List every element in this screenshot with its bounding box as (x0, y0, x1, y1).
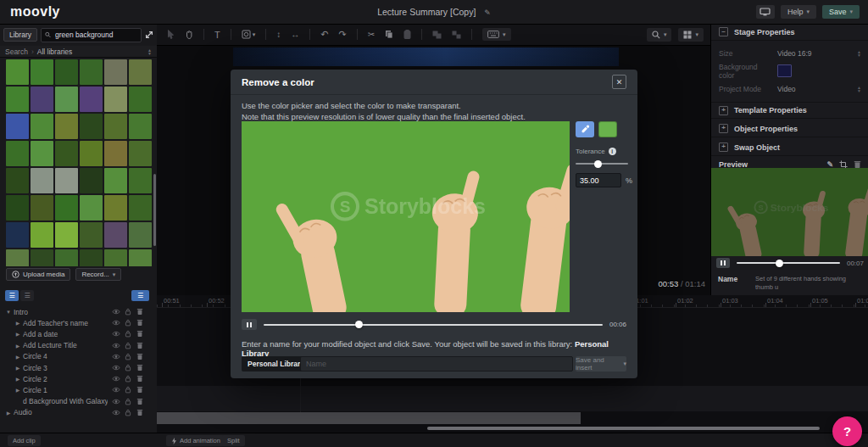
lock-icon[interactable] (124, 342, 132, 349)
object-name-input[interactable] (300, 356, 573, 372)
library-thumbnail[interactable] (6, 195, 29, 221)
grid-menu-button[interactable]: ▾ (678, 28, 704, 42)
track-chevron-icon[interactable]: ▶ (14, 354, 21, 360)
eye-icon[interactable] (112, 308, 120, 316)
lock-icon[interactable] (124, 330, 132, 338)
track-row[interactable]: ▼Intro (0, 306, 157, 317)
track-chevron-icon[interactable]: ▶ (14, 343, 21, 349)
trash-icon[interactable] (136, 342, 144, 349)
help-menu-button[interactable]: Help▾ (781, 5, 816, 19)
trash-icon[interactable] (136, 398, 144, 405)
eye-icon[interactable] (112, 398, 120, 405)
library-thumbnail[interactable] (55, 59, 78, 85)
swap-object-header[interactable]: + Swap Object (711, 139, 868, 156)
tolerance-slider[interactable] (576, 163, 628, 165)
trash-icon[interactable] (136, 409, 144, 416)
add-clip-button[interactable]: Add clip (8, 435, 41, 446)
expand-library-button[interactable] (142, 30, 157, 40)
library-tab[interactable]: Library (3, 28, 37, 42)
track-chevron-icon[interactable]: ▶ (14, 376, 21, 382)
eye-icon[interactable] (112, 386, 120, 394)
trash-icon[interactable] (136, 330, 144, 338)
track-row[interactable]: ▶Circle 4 (0, 351, 157, 362)
track-row[interactable]: d Background With Galaxy Dots... (0, 396, 157, 407)
trash-icon[interactable] (136, 386, 144, 394)
audio-clip[interactable] (157, 412, 581, 424)
list-view-button[interactable]: ☰ (5, 290, 19, 301)
preview-seekbar[interactable] (737, 262, 840, 264)
library-scrollbar[interactable] (153, 174, 156, 246)
library-thumbnail[interactable] (80, 59, 103, 85)
library-thumbnail[interactable] (129, 222, 152, 248)
eye-icon[interactable] (112, 353, 120, 360)
track-chevron-icon[interactable]: ▶ (14, 365, 21, 371)
present-button[interactable] (756, 5, 775, 19)
lock-icon[interactable] (124, 319, 132, 327)
library-thumbnail[interactable] (31, 168, 53, 193)
library-breadcrumb[interactable]: Search › All libraries ▲▼ (0, 46, 157, 58)
paste-button[interactable] (403, 30, 411, 39)
group-button[interactable] (432, 31, 442, 39)
library-thumbnail[interactable] (31, 249, 53, 266)
pause-button[interactable] (242, 319, 257, 330)
eye-icon[interactable] (112, 409, 120, 416)
library-thumbnail[interactable] (55, 168, 78, 193)
modal-seekbar[interactable] (264, 324, 603, 326)
eye-icon[interactable] (112, 330, 120, 338)
library-thumbnail[interactable] (55, 141, 78, 166)
lock-icon[interactable] (124, 364, 132, 372)
undo-button[interactable]: ↶ (320, 29, 328, 40)
record-button[interactable]: Record...▾ (75, 268, 121, 281)
size-select[interactable]: Video 16:9 (777, 49, 812, 58)
library-thumbnail[interactable] (80, 249, 103, 266)
shape-tool-button[interactable]: ▾ (242, 30, 256, 39)
close-icon[interactable]: ✕ (612, 75, 626, 89)
library-thumbnail[interactable] (104, 114, 127, 139)
display-options-button[interactable]: ▾ (482, 28, 511, 41)
library-thumbnail[interactable] (129, 249, 152, 266)
library-thumbnail[interactable] (129, 87, 152, 112)
seek-thumb[interactable] (776, 260, 783, 267)
info-icon[interactable]: i (609, 148, 616, 155)
upload-media-button[interactable]: Upload media (6, 268, 70, 281)
trash-icon[interactable] (136, 364, 144, 372)
tolerance-input[interactable] (576, 173, 621, 187)
redo-button[interactable]: ↷ (338, 29, 346, 40)
library-thumbnail[interactable] (129, 195, 152, 221)
library-thumbnail[interactable] (31, 87, 53, 112)
library-thumbnail[interactable] (31, 222, 53, 248)
template-properties-header[interactable]: + Template Properties (711, 102, 868, 119)
library-thumbnail[interactable] (104, 222, 127, 248)
library-thumbnail[interactable] (104, 168, 127, 193)
track-chevron-icon[interactable]: ▶ (14, 387, 21, 393)
seek-thumb[interactable] (355, 321, 363, 328)
eye-icon[interactable] (112, 342, 120, 349)
cut-button[interactable]: ✂ (368, 30, 375, 39)
edit-title-icon[interactable]: ✎ (484, 8, 491, 17)
library-thumbnail[interactable] (80, 141, 103, 166)
library-thumbnail[interactable] (55, 249, 78, 266)
track-row[interactable]: ▶Add a date (0, 328, 157, 339)
library-thumbnail[interactable] (6, 222, 29, 248)
library-thumbnail[interactable] (129, 168, 152, 193)
timeline-scrollbar[interactable] (427, 427, 820, 430)
library-thumbnail[interactable] (6, 249, 29, 266)
library-thumbnail[interactable] (6, 168, 29, 193)
library-thumbnail[interactable] (55, 195, 78, 221)
stage-properties-header[interactable]: – Stage Properties (711, 24, 868, 41)
grid-view-button[interactable]: ☰ (20, 290, 34, 301)
trash-icon[interactable] (136, 375, 144, 383)
library-thumbnail[interactable] (55, 87, 78, 112)
library-thumbnail[interactable] (31, 59, 53, 85)
library-thumbnail[interactable] (104, 141, 127, 166)
library-thumbnail[interactable] (129, 59, 152, 85)
color-preview-video[interactable]: SStoryblocks (242, 121, 570, 312)
trash-icon[interactable] (136, 319, 144, 327)
background-color-swatch[interactable] (777, 64, 792, 77)
library-thumbnail[interactable] (31, 141, 53, 166)
library-thumbnail[interactable] (104, 249, 127, 266)
color-picker-button[interactable] (576, 121, 594, 137)
library-thumbnail[interactable] (6, 141, 29, 166)
library-thumbnail[interactable] (55, 222, 78, 248)
align-horizontal-button[interactable]: ↔ (291, 30, 299, 39)
